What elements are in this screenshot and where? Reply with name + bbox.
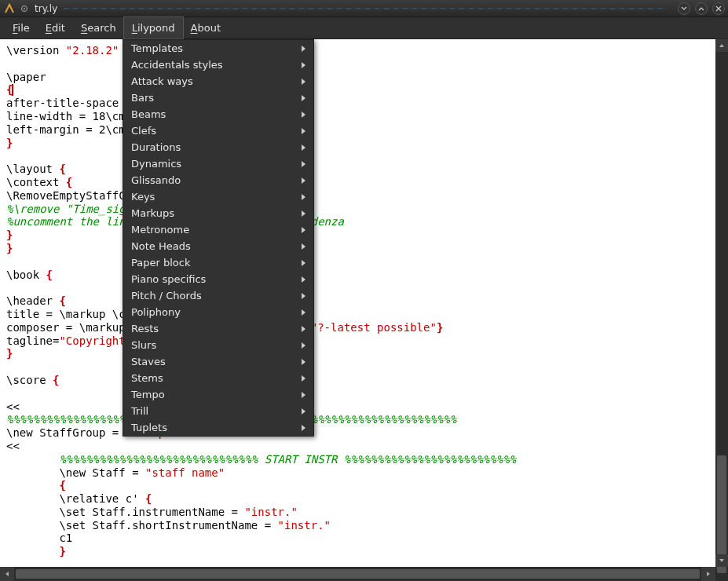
code-editor[interactable]: \version "2.18.2" \paper { after-title-s… bbox=[0, 39, 715, 567]
text-cursor bbox=[12, 84, 13, 96]
menu-item-note-heads[interactable]: Note Heads bbox=[123, 238, 313, 254]
submenu-arrow-icon bbox=[302, 79, 305, 85]
menubar: File Edit Search Lilypond About bbox=[0, 17, 728, 39]
menu-about[interactable]: About bbox=[183, 17, 229, 38]
submenu-arrow-icon bbox=[302, 128, 305, 134]
maximize-button[interactable] bbox=[695, 2, 708, 15]
close-button[interactable] bbox=[712, 2, 725, 15]
submenu-arrow-icon bbox=[302, 243, 305, 250]
lilypond-dropdown-menu: Templates Accidentals styles Attack ways… bbox=[123, 39, 314, 437]
horizontal-scroll-track[interactable] bbox=[14, 567, 701, 581]
horizontal-scrollbar[interactable] bbox=[0, 567, 728, 581]
submenu-arrow-icon bbox=[302, 144, 305, 151]
menu-item-durations[interactable]: Durations bbox=[123, 139, 313, 155]
app-icon bbox=[3, 2, 16, 15]
menu-item-attack-ways[interactable]: Attack ways bbox=[123, 73, 313, 90]
menu-item-tempo[interactable]: Tempo bbox=[123, 386, 313, 403]
submenu-arrow-icon bbox=[302, 342, 305, 349]
scroll-down-button[interactable] bbox=[715, 554, 728, 567]
application-window: try.ly File Edit Search Lilypond About \… bbox=[0, 0, 728, 581]
submenu-arrow-icon bbox=[302, 309, 305, 316]
horizontal-scroll-thumb[interactable] bbox=[16, 569, 700, 579]
submenu-arrow-icon bbox=[302, 111, 305, 118]
menu-item-clefs[interactable]: Clefs bbox=[123, 122, 313, 139]
menu-file[interactable]: File bbox=[5, 17, 38, 38]
scroll-left-button[interactable] bbox=[0, 567, 14, 581]
window-title: try.ly bbox=[35, 3, 57, 14]
menu-edit[interactable]: Edit bbox=[38, 17, 73, 38]
titlebar: try.ly bbox=[0, 0, 728, 17]
submenu-arrow-icon bbox=[302, 276, 305, 283]
submenu-arrow-icon bbox=[302, 425, 305, 431]
submenu-arrow-icon bbox=[302, 227, 305, 233]
menu-item-accidentals-styles[interactable]: Accidentals styles bbox=[123, 57, 313, 73]
menu-item-bars[interactable]: Bars bbox=[123, 90, 313, 106]
window-state-icon bbox=[19, 3, 30, 14]
titlebar-separator bbox=[64, 8, 667, 9]
submenu-arrow-icon bbox=[302, 95, 305, 101]
submenu-arrow-icon bbox=[302, 46, 305, 52]
vertical-scrollbar[interactable] bbox=[715, 39, 728, 567]
menu-item-metronome[interactable]: Metronome bbox=[123, 221, 313, 238]
submenu-arrow-icon bbox=[302, 177, 305, 184]
submenu-arrow-icon bbox=[302, 293, 305, 299]
menu-item-staves[interactable]: Staves bbox=[123, 353, 313, 370]
submenu-arrow-icon bbox=[302, 210, 305, 217]
submenu-arrow-icon bbox=[302, 260, 305, 266]
menu-item-markups[interactable]: Markups bbox=[123, 205, 313, 221]
menu-item-dynamics[interactable]: Dynamics bbox=[123, 155, 313, 172]
menu-item-paper-block[interactable]: Paper block bbox=[123, 254, 313, 271]
minimize-button[interactable] bbox=[678, 2, 690, 15]
menu-item-slurs[interactable]: Slurs bbox=[123, 337, 313, 353]
menu-item-templates[interactable]: Templates bbox=[123, 40, 313, 57]
menu-search[interactable]: Search bbox=[73, 17, 124, 38]
editor-wrap: \version "2.18.2" \paper { after-title-s… bbox=[0, 39, 728, 567]
menu-item-tuplets[interactable]: Tuplets bbox=[123, 419, 313, 436]
submenu-arrow-icon bbox=[302, 408, 305, 415]
menu-item-glissando[interactable]: Glissando bbox=[123, 172, 313, 188]
editor-area: \version "2.18.2" \paper { after-title-s… bbox=[0, 39, 728, 581]
submenu-arrow-icon bbox=[302, 359, 305, 365]
menu-item-trill[interactable]: Trill bbox=[123, 403, 313, 419]
menu-item-poliphony[interactable]: Poliphony bbox=[123, 304, 313, 320]
menu-lilypond[interactable]: Lilypond bbox=[124, 17, 183, 38]
menu-item-stems[interactable]: Stems bbox=[123, 370, 313, 386]
submenu-arrow-icon bbox=[302, 392, 305, 398]
menu-item-piano-specifics[interactable]: Piano specifics bbox=[123, 271, 313, 287]
menu-item-rests[interactable]: Rests bbox=[123, 320, 313, 337]
menu-item-keys[interactable]: Keys bbox=[123, 188, 313, 205]
submenu-arrow-icon bbox=[302, 194, 305, 200]
submenu-arrow-icon bbox=[302, 62, 305, 68]
menu-item-beams[interactable]: Beams bbox=[123, 106, 313, 122]
scroll-up-button[interactable] bbox=[715, 39, 728, 52]
svg-point-1 bbox=[24, 8, 25, 9]
submenu-arrow-icon bbox=[302, 375, 305, 382]
submenu-arrow-icon bbox=[302, 161, 305, 167]
submenu-arrow-icon bbox=[302, 326, 305, 332]
scroll-right-button[interactable] bbox=[701, 567, 715, 581]
menu-item-pitch-chords[interactable]: Pitch / Chords bbox=[123, 287, 313, 304]
